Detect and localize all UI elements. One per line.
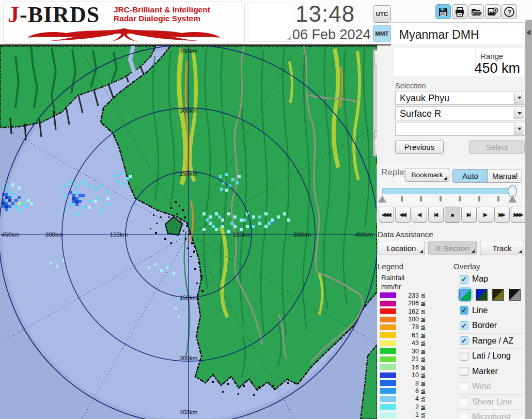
logo-subtitle: JRC-Brilliant & Intelligent Radar Dialog… [114,5,210,23]
range-value: 450 km [474,60,520,76]
replay-fast-forward-button[interactable]: ▶▶ [494,207,510,223]
select-button[interactable]: Select [469,140,525,154]
open-folder-icon [471,7,482,17]
svg-text:300km: 300km [180,355,198,361]
replay-fast-rewind-button[interactable]: ◀◀ [395,207,411,223]
eagle-icon [6,27,242,43]
radar-map-viewport[interactable]: 450km 300km 150km 150km 300km 450km 450k… [0,46,377,419]
overlay-item-label: Lati / Long [472,351,511,361]
legend-color-swatch [380,412,396,418]
checkbox-range-az[interactable]: ✓ [460,336,468,345]
overlay-label: Overlay [453,262,480,271]
slider-end-marker [508,195,517,203]
slider-tick [420,196,422,201]
replay-play-backward-button[interactable]: ◀ [412,207,427,223]
resize-corner-icon [286,36,291,40]
replay-stop-button[interactable]: ■ [445,207,460,223]
svg-text:450km: 450km [2,231,20,238]
checkbox-marker[interactable] [460,367,468,376]
legend-threshold-value: 233 [399,292,419,299]
checkbox-wind [460,382,468,391]
manual-mode-button[interactable]: Manual [488,169,522,182]
utc-button[interactable]: UTC [373,5,391,23]
legend-threshold-value: 16 [399,364,419,371]
svg-text:150km: 150km [110,231,128,238]
add-image-button[interactable] [485,4,500,19]
data-assistance-label: Data Assistance [378,230,433,239]
map-style-dark-olive[interactable] [492,289,504,301]
legend-row: 4≦ [380,395,434,403]
panel-collapse-strip[interactable] [525,20,532,419]
replay-transport-controls: ◀◀◀◀◀◀|◀■▶|▶▶▶▶▶▶ [379,207,526,223]
replay-jump-to-end-button[interactable]: ▶▶▶ [511,207,526,223]
print-button[interactable] [452,4,467,19]
legend-row: 61≦ [380,331,434,339]
overlay-item-map: ✓Map [458,272,524,287]
status-display-box [248,3,292,42]
help-button[interactable]: ? [502,4,517,19]
chevron-down-icon [518,97,522,99]
location-button[interactable]: Location [378,241,425,255]
replay-slider-track[interactable] [382,188,515,194]
legend-row: 30≦ [380,347,434,355]
svg-text:150km: 150km [233,231,251,238]
map-style-terrain-color[interactable] [459,289,471,301]
legend-color-swatch [380,340,396,346]
extra-dropdown-button[interactable] [514,123,524,135]
open-file-button[interactable] [468,4,484,19]
overlay-item-label: Microburst [472,412,511,419]
logo-title-rest: -BIRDS [20,2,100,27]
checkbox-line[interactable]: ✓ [460,306,468,315]
replay-step-forward-button[interactable]: ▶| [461,207,477,223]
mmt-button[interactable]: MMT [373,25,391,42]
less-equal-symbol: ≦ [420,323,426,331]
legend-row: 16≦ [380,363,434,371]
legend-threshold-value: 10 [399,371,419,379]
logo-title: J-BIRDS [8,3,100,27]
overlay-item-wind: Wind [458,379,524,395]
header-bar: J-BIRDS JRC-Brilliant & Intelligent Rada… [0,0,532,44]
less-equal-symbol: ≦ [420,404,426,411]
less-equal-symbol: ≦ [420,332,426,339]
product-dropdown[interactable]: Surface R [395,106,525,120]
overlay-item-shear-line: Shear Line [458,395,524,410]
legend-title: Rainfall mm/hr [381,273,404,291]
checkbox-map[interactable]: ✓ [460,275,468,284]
bookmark-button[interactable]: Bookmark [405,168,449,182]
svg-text:150km: 150km [180,170,198,177]
track-button[interactable]: Track [480,241,524,255]
site-dropdown[interactable]: Kyauk Phyu [395,91,525,105]
collapse-arrow-icon [526,29,530,36]
x-section-button[interactable]: X-Section [428,241,477,255]
checkbox-lati-long[interactable] [460,352,468,361]
previous-button[interactable]: Previous [395,140,444,154]
product-dropdown-button[interactable] [514,107,524,119]
less-equal-symbol: ≦ [420,355,426,363]
svg-text:?: ? [507,8,511,15]
jbirds-application: J-BIRDS JRC-Brilliant & Intelligent Rada… [0,0,532,419]
checkbox-border[interactable]: ✓ [460,321,468,330]
legend-color-swatch [380,317,396,322]
selection-label: Selection [395,82,426,90]
less-equal-symbol: ≦ [420,395,426,402]
auto-mode-button[interactable]: Auto [453,169,488,182]
help-icon: ? [504,6,515,18]
less-equal-symbol: ≦ [420,339,426,347]
less-equal-symbol: ≦ [420,292,426,299]
map-style-black-gray[interactable] [509,289,521,301]
logo-title-j: J [8,2,20,27]
legend-row: 1≦ [380,411,434,419]
slider-tick [478,196,480,201]
legend-color-swatch [380,292,396,298]
image-plus-icon [488,7,498,17]
replay-step-back-button[interactable]: |◀ [428,207,444,223]
site-dropdown-button[interactable] [514,92,524,104]
save-button[interactable] [435,4,451,19]
extra-dropdown[interactable] [395,122,525,136]
svg-text:300km: 300km [293,231,311,238]
svg-text:150km: 150km [180,294,198,301]
replay-jump-to-start-button[interactable]: ◀◀◀ [379,207,394,223]
map-style-dark-blue-green[interactable] [476,289,488,301]
overlay-item-lati-long: Lati / Long [458,349,524,364]
replay-play-button[interactable]: ▶ [478,207,493,223]
